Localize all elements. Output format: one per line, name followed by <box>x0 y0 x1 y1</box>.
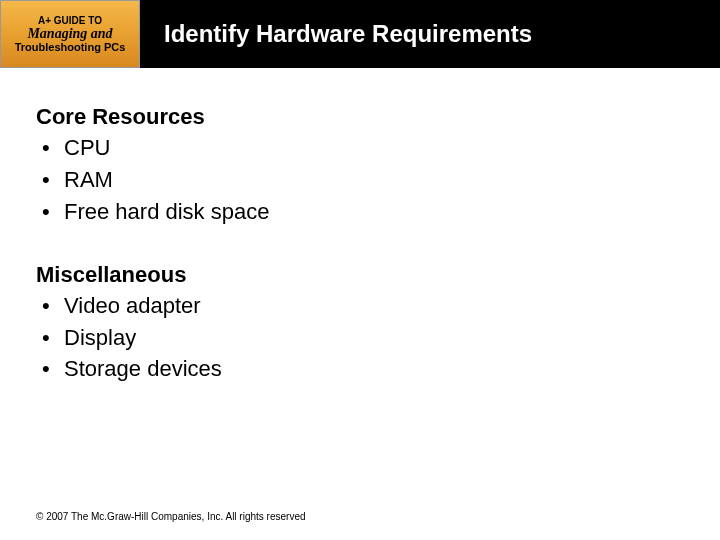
section-heading: Miscellaneous <box>36 262 684 288</box>
bullet-list: CPU RAM Free hard disk space <box>36 132 684 228</box>
list-item: Storage devices <box>36 353 684 385</box>
list-item: Video adapter <box>36 290 684 322</box>
header-bar: A+ GUIDE TO Managing and Troubleshooting… <box>0 0 720 68</box>
logo-line3: Troubleshooting PCs <box>15 41 126 53</box>
logo-line2: Managing and <box>27 26 112 41</box>
list-item: RAM <box>36 164 684 196</box>
list-item: CPU <box>36 132 684 164</box>
bullet-list: Video adapter Display Storage devices <box>36 290 684 386</box>
logo-line1: A+ GUIDE TO <box>38 15 102 26</box>
copyright-footer: © 2007 The Mc.Graw-Hill Companies, Inc. … <box>36 511 306 522</box>
slide-title: Identify Hardware Requirements <box>140 0 720 68</box>
list-item: Free hard disk space <box>36 196 684 228</box>
section-heading: Core Resources <box>36 104 684 130</box>
list-item: Display <box>36 322 684 354</box>
logo-box: A+ GUIDE TO Managing and Troubleshooting… <box>0 0 140 68</box>
slide-content: Core Resources CPU RAM Free hard disk sp… <box>0 68 720 385</box>
